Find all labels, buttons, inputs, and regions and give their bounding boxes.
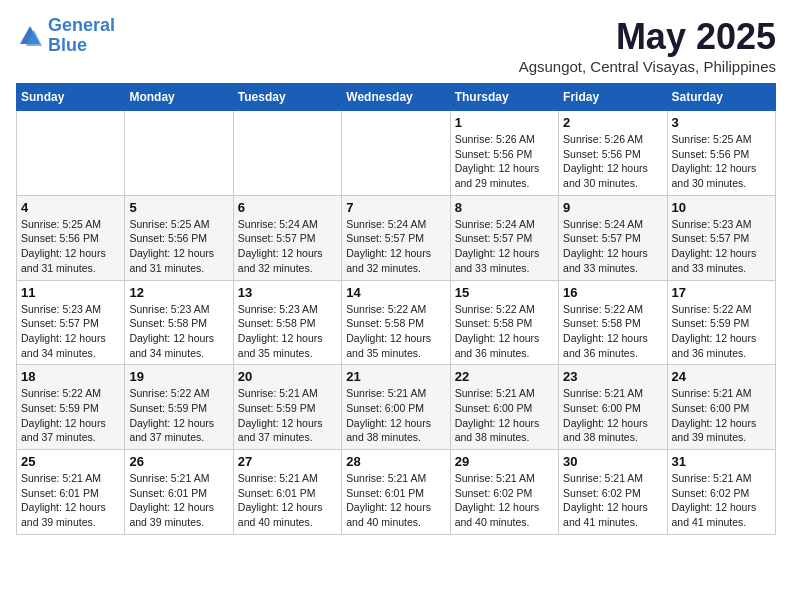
calendar-cell: 9Sunrise: 5:24 AM Sunset: 5:57 PM Daylig… (559, 195, 667, 280)
calendar-cell: 8Sunrise: 5:24 AM Sunset: 5:57 PM Daylig… (450, 195, 558, 280)
weekday-tuesday: Tuesday (233, 84, 341, 111)
calendar-cell: 5Sunrise: 5:25 AM Sunset: 5:56 PM Daylig… (125, 195, 233, 280)
calendar-cell: 6Sunrise: 5:24 AM Sunset: 5:57 PM Daylig… (233, 195, 341, 280)
day-number: 16 (563, 285, 662, 300)
calendar-week-1: 4Sunrise: 5:25 AM Sunset: 5:56 PM Daylig… (17, 195, 776, 280)
day-number: 1 (455, 115, 554, 130)
day-number: 30 (563, 454, 662, 469)
location-subtitle: Agsungot, Central Visayas, Philippines (519, 58, 776, 75)
day-number: 23 (563, 369, 662, 384)
calendar-cell: 20Sunrise: 5:21 AM Sunset: 5:59 PM Dayli… (233, 365, 341, 450)
day-info: Sunrise: 5:22 AM Sunset: 5:58 PM Dayligh… (346, 302, 445, 361)
calendar-cell: 19Sunrise: 5:22 AM Sunset: 5:59 PM Dayli… (125, 365, 233, 450)
calendar-cell: 22Sunrise: 5:21 AM Sunset: 6:00 PM Dayli… (450, 365, 558, 450)
calendar-week-4: 25Sunrise: 5:21 AM Sunset: 6:01 PM Dayli… (17, 450, 776, 535)
logo-text: General Blue (48, 16, 115, 56)
calendar-cell: 2Sunrise: 5:26 AM Sunset: 5:56 PM Daylig… (559, 111, 667, 196)
calendar-week-3: 18Sunrise: 5:22 AM Sunset: 5:59 PM Dayli… (17, 365, 776, 450)
calendar-cell: 15Sunrise: 5:22 AM Sunset: 5:58 PM Dayli… (450, 280, 558, 365)
day-number: 18 (21, 369, 120, 384)
day-info: Sunrise: 5:22 AM Sunset: 5:59 PM Dayligh… (21, 386, 120, 445)
calendar-cell: 13Sunrise: 5:23 AM Sunset: 5:58 PM Dayli… (233, 280, 341, 365)
day-info: Sunrise: 5:22 AM Sunset: 5:59 PM Dayligh… (129, 386, 228, 445)
weekday-header-row: SundayMondayTuesdayWednesdayThursdayFrid… (17, 84, 776, 111)
day-info: Sunrise: 5:24 AM Sunset: 5:57 PM Dayligh… (455, 217, 554, 276)
calendar-cell (125, 111, 233, 196)
day-info: Sunrise: 5:24 AM Sunset: 5:57 PM Dayligh… (346, 217, 445, 276)
calendar-cell: 11Sunrise: 5:23 AM Sunset: 5:57 PM Dayli… (17, 280, 125, 365)
calendar-cell: 28Sunrise: 5:21 AM Sunset: 6:01 PM Dayli… (342, 450, 450, 535)
day-number: 13 (238, 285, 337, 300)
calendar-cell: 1Sunrise: 5:26 AM Sunset: 5:56 PM Daylig… (450, 111, 558, 196)
day-number: 6 (238, 200, 337, 215)
day-number: 11 (21, 285, 120, 300)
calendar-week-2: 11Sunrise: 5:23 AM Sunset: 5:57 PM Dayli… (17, 280, 776, 365)
day-info: Sunrise: 5:26 AM Sunset: 5:56 PM Dayligh… (455, 132, 554, 191)
day-number: 21 (346, 369, 445, 384)
calendar-cell: 21Sunrise: 5:21 AM Sunset: 6:00 PM Dayli… (342, 365, 450, 450)
day-number: 15 (455, 285, 554, 300)
calendar-cell: 3Sunrise: 5:25 AM Sunset: 5:56 PM Daylig… (667, 111, 775, 196)
calendar-cell: 23Sunrise: 5:21 AM Sunset: 6:00 PM Dayli… (559, 365, 667, 450)
weekday-thursday: Thursday (450, 84, 558, 111)
logo-line1: General (48, 15, 115, 35)
weekday-monday: Monday (125, 84, 233, 111)
weekday-sunday: Sunday (17, 84, 125, 111)
day-number: 14 (346, 285, 445, 300)
day-info: Sunrise: 5:22 AM Sunset: 5:58 PM Dayligh… (455, 302, 554, 361)
day-info: Sunrise: 5:25 AM Sunset: 5:56 PM Dayligh… (672, 132, 771, 191)
calendar-cell: 24Sunrise: 5:21 AM Sunset: 6:00 PM Dayli… (667, 365, 775, 450)
day-number: 4 (21, 200, 120, 215)
calendar-cell: 16Sunrise: 5:22 AM Sunset: 5:58 PM Dayli… (559, 280, 667, 365)
day-info: Sunrise: 5:21 AM Sunset: 6:01 PM Dayligh… (21, 471, 120, 530)
day-info: Sunrise: 5:21 AM Sunset: 6:01 PM Dayligh… (238, 471, 337, 530)
day-number: 27 (238, 454, 337, 469)
day-info: Sunrise: 5:24 AM Sunset: 5:57 PM Dayligh… (238, 217, 337, 276)
day-info: Sunrise: 5:23 AM Sunset: 5:57 PM Dayligh… (21, 302, 120, 361)
day-info: Sunrise: 5:26 AM Sunset: 5:56 PM Dayligh… (563, 132, 662, 191)
day-info: Sunrise: 5:21 AM Sunset: 6:01 PM Dayligh… (129, 471, 228, 530)
calendar-cell: 31Sunrise: 5:21 AM Sunset: 6:02 PM Dayli… (667, 450, 775, 535)
day-number: 25 (21, 454, 120, 469)
day-number: 17 (672, 285, 771, 300)
calendar-cell: 10Sunrise: 5:23 AM Sunset: 5:57 PM Dayli… (667, 195, 775, 280)
day-number: 9 (563, 200, 662, 215)
day-info: Sunrise: 5:21 AM Sunset: 5:59 PM Dayligh… (238, 386, 337, 445)
calendar-cell: 4Sunrise: 5:25 AM Sunset: 5:56 PM Daylig… (17, 195, 125, 280)
calendar-cell: 30Sunrise: 5:21 AM Sunset: 6:02 PM Dayli… (559, 450, 667, 535)
day-number: 28 (346, 454, 445, 469)
day-number: 5 (129, 200, 228, 215)
weekday-wednesday: Wednesday (342, 84, 450, 111)
day-number: 3 (672, 115, 771, 130)
day-info: Sunrise: 5:21 AM Sunset: 6:01 PM Dayligh… (346, 471, 445, 530)
day-number: 20 (238, 369, 337, 384)
day-number: 26 (129, 454, 228, 469)
day-number: 12 (129, 285, 228, 300)
day-info: Sunrise: 5:21 AM Sunset: 6:00 PM Dayligh… (672, 386, 771, 445)
calendar-cell: 12Sunrise: 5:23 AM Sunset: 5:58 PM Dayli… (125, 280, 233, 365)
header: General Blue May 2025 Agsungot, Central … (16, 16, 776, 75)
calendar-cell: 14Sunrise: 5:22 AM Sunset: 5:58 PM Dayli… (342, 280, 450, 365)
day-info: Sunrise: 5:23 AM Sunset: 5:58 PM Dayligh… (238, 302, 337, 361)
day-number: 8 (455, 200, 554, 215)
day-info: Sunrise: 5:21 AM Sunset: 6:02 PM Dayligh… (563, 471, 662, 530)
day-number: 22 (455, 369, 554, 384)
day-info: Sunrise: 5:24 AM Sunset: 5:57 PM Dayligh… (563, 217, 662, 276)
day-info: Sunrise: 5:22 AM Sunset: 5:58 PM Dayligh… (563, 302, 662, 361)
calendar-cell: 7Sunrise: 5:24 AM Sunset: 5:57 PM Daylig… (342, 195, 450, 280)
day-number: 2 (563, 115, 662, 130)
logo-line2: Blue (48, 35, 87, 55)
calendar-cell (342, 111, 450, 196)
day-info: Sunrise: 5:21 AM Sunset: 6:02 PM Dayligh… (455, 471, 554, 530)
day-info: Sunrise: 5:21 AM Sunset: 6:02 PM Dayligh… (672, 471, 771, 530)
day-number: 10 (672, 200, 771, 215)
title-area: May 2025 Agsungot, Central Visayas, Phil… (519, 16, 776, 75)
day-info: Sunrise: 5:22 AM Sunset: 5:59 PM Dayligh… (672, 302, 771, 361)
day-number: 24 (672, 369, 771, 384)
day-number: 7 (346, 200, 445, 215)
calendar-table: SundayMondayTuesdayWednesdayThursdayFrid… (16, 83, 776, 535)
calendar-cell: 18Sunrise: 5:22 AM Sunset: 5:59 PM Dayli… (17, 365, 125, 450)
day-info: Sunrise: 5:23 AM Sunset: 5:57 PM Dayligh… (672, 217, 771, 276)
day-number: 31 (672, 454, 771, 469)
logo: General Blue (16, 16, 115, 56)
